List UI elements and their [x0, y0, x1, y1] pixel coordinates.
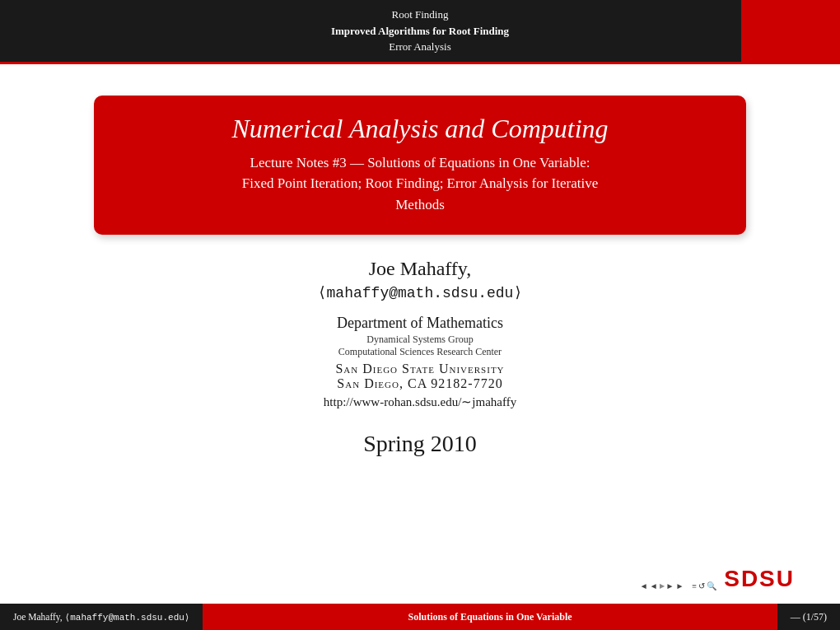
dept-sub2: Computational Sciences Research Center: [324, 346, 516, 358]
spring-block: Spring 2010: [49, 431, 791, 457]
footer-center: Solutions of Equations in One Variable: [203, 604, 777, 630]
nav-arrows[interactable]: ◄ ◄ ▶ ► ► ≡ ↺ 🔍: [640, 581, 716, 590]
header-text: Root Finding Improved Algorithms for Roo…: [331, 7, 509, 55]
footer-left: Joe Mahaffy, ⟨mahaffy@math.sdsu.edu⟩: [0, 612, 203, 623]
title-box: Numerical Analysis and Computing Lecture…: [94, 96, 746, 236]
university-name: San Diego State University: [324, 362, 516, 376]
spring-term: Spring 2010: [363, 431, 477, 457]
footer-right: — (1/57): [777, 611, 840, 623]
footer-email: ⟨mahaffy@math.sdsu.edu⟩: [65, 613, 190, 623]
bottom-bar: Joe Mahaffy, ⟨mahaffy@math.sdsu.edu⟩ Sol…: [0, 604, 840, 630]
nav-loop: ↺: [698, 581, 705, 590]
top-header: Root Finding Improved Algorithms for Roo…: [0, 0, 840, 62]
header-line2: Improved Algorithms for Root Finding: [331, 23, 509, 40]
nav-align: ≡: [692, 581, 697, 590]
subtitle: Lecture Notes #3 — Solutions of Equation…: [127, 152, 713, 216]
sdsu-logo: SDSU: [724, 566, 795, 592]
sdsu-text: SDSU: [724, 566, 795, 592]
author-email: ⟨mahaffy@math.sdsu.edu⟩: [318, 283, 523, 301]
dept-block: Department of Mathematics Dynamical Syst…: [324, 315, 516, 409]
city-zip: San Diego, CA 92182-7720: [324, 376, 516, 391]
nav-arrow-right2[interactable]: ►: [675, 581, 684, 590]
nav-arrow-left2[interactable]: ◄: [650, 581, 658, 590]
nav-arrow-right1[interactable]: ►: [666, 581, 674, 590]
main-title: Numerical Analysis and Computing: [127, 114, 713, 144]
nav-arrow-left1[interactable]: ◄: [640, 581, 648, 590]
author-name: Joe Mahaffy,: [318, 258, 523, 280]
nav-search: 🔍: [707, 581, 716, 590]
dept-name: Department of Mathematics: [324, 315, 516, 332]
dept-sub1: Dynamical Systems Group: [324, 334, 516, 346]
footer-author: Joe Mahaffy,: [13, 612, 63, 622]
header-line1: Root Finding: [331, 7, 509, 23]
author-block: Joe Mahaffy, ⟨mahaffy@math.sdsu.edu⟩: [318, 258, 523, 301]
header-line3: Error Analysis: [331, 39, 509, 55]
website-url: http://www-rohan.sdsu.edu/∼jmahaffy: [324, 394, 516, 409]
slide-area: Numerical Analysis and Computing Lecture…: [0, 64, 840, 604]
